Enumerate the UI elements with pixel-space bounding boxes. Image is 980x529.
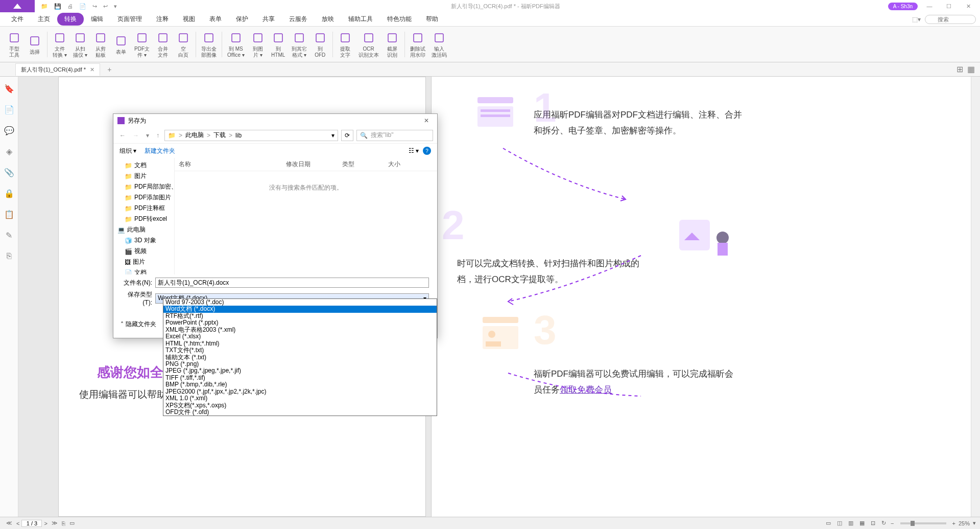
nav-up-icon[interactable]: ↑ (154, 132, 161, 139)
dropdown-option[interactable]: BMP (*.bmp,*.dib,*.rle) (163, 381, 437, 388)
menu-表单[interactable]: 表单 (202, 13, 229, 26)
menu-云服务[interactable]: 云服务 (282, 13, 315, 26)
layout-icon-1[interactable]: ⊞ (957, 64, 963, 74)
layout-icon-2[interactable]: ▦ (967, 64, 975, 74)
ribbon-form[interactable]: 表单 (111, 34, 131, 55)
dropdown-option[interactable]: XML 1.0 (*.xml) (163, 395, 437, 402)
nav-reflow-icon[interactable]: ⎘ (60, 520, 67, 526)
ribbon-blank[interactable]: 空白页 (173, 31, 194, 58)
ribbon-rmwatermark[interactable]: 删除试用水印 (407, 31, 428, 58)
path-part-0[interactable]: 此电脑 (185, 131, 204, 140)
tree-item[interactable]: 🧊3D 对象 (115, 235, 172, 246)
ribbon-merge[interactable]: 合并文件 (153, 31, 173, 58)
qat-save-icon[interactable]: 💾 (54, 3, 61, 10)
dialog-close-button[interactable]: ✕ (420, 116, 433, 125)
dialog-search-input[interactable]: 🔍 搜索"lib" (356, 130, 433, 141)
dropdown-option[interactable]: PowerPoint (*.pptx) (163, 319, 437, 326)
path-part-2[interactable]: lib (235, 132, 242, 139)
qat-undo-icon[interactable]: ↩ (103, 3, 108, 10)
ribbon-screenshot[interactable]: 截屏识别 (382, 31, 402, 58)
path-breadcrumb[interactable]: 📁 > 此电脑 > 下载 > lib ▾ (164, 130, 338, 141)
zoom-out-button[interactable]: − (891, 520, 894, 526)
search-input[interactable] (925, 15, 976, 24)
view-mode-3-icon[interactable]: ▥ (847, 520, 855, 526)
dropdown-option[interactable]: HTML (*.htm;*.html) (163, 340, 437, 347)
security-icon[interactable]: 🔒 (4, 189, 14, 198)
qat-open-icon[interactable]: 📁 (41, 3, 48, 10)
tree-item[interactable]: 📁图片 (115, 171, 172, 181)
menu-注释[interactable]: 注释 (149, 13, 176, 26)
tree-item[interactable]: 💻此电脑 (115, 224, 172, 235)
menu-视图[interactable]: 视图 (176, 13, 202, 26)
nav-prev-icon[interactable]: < (14, 520, 21, 526)
ribbon-toimg[interactable]: 到图片 ▾ (248, 31, 268, 58)
tree-item[interactable]: 📁PDF注释框 (115, 203, 172, 214)
view-mode-4-icon[interactable]: ▦ (858, 520, 866, 526)
tree-item[interactable]: 🎬视频 (115, 246, 172, 257)
col-size[interactable]: 大小 (384, 159, 415, 170)
tree-item[interactable]: 📄文档 (115, 267, 172, 274)
ribbon-pdf[interactable]: PDF文件 ▾ (131, 31, 153, 58)
filename-input[interactable] (155, 278, 429, 288)
close-button[interactable]: ✕ (961, 3, 976, 10)
menu-保护[interactable]: 保护 (229, 13, 255, 26)
nav-first-icon[interactable]: ≪ (4, 520, 14, 526)
dropdown-option[interactable]: TXT文件(*.txt) (163, 347, 437, 354)
nav-view-icon[interactable]: ▭ (67, 520, 77, 526)
page-input[interactable] (21, 520, 42, 527)
dropdown-option[interactable]: PNG (*.png) (163, 361, 437, 367)
add-tab-button[interactable]: + (107, 65, 111, 74)
col-date[interactable]: 修改日期 (282, 159, 338, 170)
dropdown-option[interactable]: JPEG2000 (*.jpf,*.jpx,*.jp2,*.j2k,*.jpc) (163, 388, 437, 395)
ribbon-fileconv[interactable]: 文件转换 ▾ (50, 31, 70, 58)
new-folder-button[interactable]: 新建文件夹 (145, 147, 175, 155)
signatures-icon[interactable]: 📋 (4, 210, 14, 219)
pages-icon[interactable]: 📄 (4, 105, 14, 114)
nav-back-icon[interactable]: ← (117, 132, 128, 139)
col-type[interactable]: 类型 (338, 159, 384, 170)
view-options-icon[interactable]: ☷ ▾ (409, 147, 419, 154)
menu-转换[interactable]: 转换 (57, 13, 84, 26)
nav-next-icon[interactable]: > (42, 520, 49, 526)
dropdown-option[interactable]: Word文档 (*.docx) (163, 306, 437, 312)
layers-icon[interactable]: ◈ (6, 147, 12, 156)
minimize-button[interactable]: — (922, 3, 937, 9)
comments-icon[interactable]: 💬 (4, 126, 14, 135)
document-tab[interactable]: 新人引导(1)_OCR(4).pdf * ✕ (15, 63, 100, 76)
view-mode-1-icon[interactable]: ▭ (824, 520, 832, 526)
view-mode-6-icon[interactable]: ↻ (880, 520, 888, 526)
menu-页面管理[interactable]: 页面管理 (110, 13, 149, 26)
menu-共享[interactable]: 共享 (255, 13, 282, 26)
ribbon-extracttext[interactable]: 提取文字 (335, 31, 355, 58)
zoom-dropdown-icon[interactable]: ▾ (973, 520, 976, 526)
maximize-button[interactable]: ☐ (941, 3, 957, 10)
col-name[interactable]: 名称 (175, 159, 282, 170)
ribbon-collapse-icon[interactable]: ⬚▾ (912, 16, 921, 23)
nav-last-icon[interactable]: ≫ (50, 520, 60, 526)
bookmark-icon[interactable]: 🔖 (4, 84, 14, 94)
tree-item[interactable]: 📁PDF转excel (115, 214, 172, 224)
dropdown-option[interactable]: 辅助文本 (*.txt) (163, 354, 437, 361)
ribbon-activate[interactable]: 输入激活码 (428, 31, 450, 58)
attachments-icon[interactable]: 📎 (4, 168, 14, 177)
tree-item[interactable]: 📁文档 (115, 160, 172, 171)
menu-放映[interactable]: 放映 (315, 13, 341, 26)
menu-特色功能[interactable]: 特色功能 (380, 13, 419, 26)
ribbon-msoffice[interactable]: 到 MSOffice ▾ (224, 31, 248, 58)
user-badge[interactable]: A - Sh3n (888, 3, 918, 10)
dropdown-option[interactable]: Word 97-2003 (*.doc) (163, 299, 437, 306)
refresh-button[interactable]: ⟳ (341, 130, 353, 141)
qat-new-icon[interactable]: 📄 (79, 3, 86, 10)
menu-文件[interactable]: 文件 (4, 13, 31, 26)
menu-主页[interactable]: 主页 (31, 13, 57, 26)
ribbon-select[interactable]: 选择 (25, 34, 45, 55)
dropdown-option[interactable]: JPEG (*.jpg,*.jpeg,*.jpe,*.jif) (163, 367, 437, 374)
ribbon-clipboard[interactable]: 从剪贴板 (90, 31, 111, 58)
view-mode-2-icon[interactable]: ◫ (835, 520, 844, 526)
dropdown-option[interactable]: OFD文件 (*.ofd) (163, 409, 437, 416)
zoom-in-button[interactable]: + (952, 520, 955, 526)
ribbon-scanner[interactable]: 从扫描仪 ▾ (70, 31, 90, 58)
menu-帮助[interactable]: 帮助 (419, 13, 445, 26)
path-dropdown-icon[interactable]: ▾ (331, 132, 334, 139)
menu-编辑[interactable]: 编辑 (84, 13, 110, 26)
